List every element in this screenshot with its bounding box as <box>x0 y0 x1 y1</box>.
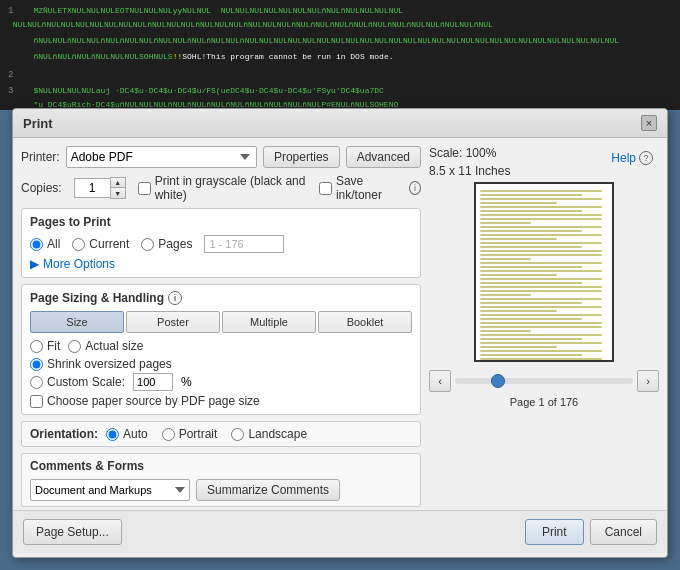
landscape-radio-label[interactable]: Landscape <box>231 427 307 441</box>
actual-size-radio[interactable] <box>68 340 81 353</box>
preview-line <box>480 274 557 276</box>
landscape-radio[interactable] <box>231 428 244 441</box>
preview-line <box>480 294 531 296</box>
fit-radio[interactable] <box>30 340 43 353</box>
preview-line <box>480 322 602 324</box>
page-setup-button[interactable]: Page Setup... <box>23 519 122 545</box>
grayscale-checkbox-label[interactable]: Print in grayscale (black and white) <box>138 174 307 202</box>
save-ink-checkbox[interactable] <box>319 182 332 195</box>
pages-radio-label[interactable]: Pages <box>141 237 192 251</box>
preview-line <box>480 190 602 192</box>
preview-line <box>480 278 602 280</box>
current-radio[interactable] <box>72 238 85 251</box>
shrink-label: Shrink oversized pages <box>47 357 172 371</box>
triangle-icon: ▶ <box>30 257 39 271</box>
copies-up-button[interactable]: ▲ <box>111 178 125 188</box>
line-num-1: 1 <box>8 4 28 18</box>
comments-row: Document and Markups Document Form field… <box>30 479 412 501</box>
dialog-titlebar: Print × <box>13 109 667 138</box>
booklet-tab[interactable]: Booklet <box>318 311 412 333</box>
pages-radio[interactable] <box>141 238 154 251</box>
preview-line <box>480 218 602 220</box>
preview-line <box>480 338 582 340</box>
preview-line <box>480 314 602 316</box>
fit-radio-label[interactable]: Fit <box>30 339 60 353</box>
auto-radio[interactable] <box>106 428 119 441</box>
printer-label: Printer: <box>21 150 60 164</box>
sizing-tabs: Size Poster Multiple Booklet <box>30 311 412 333</box>
print-button[interactable]: Print <box>525 519 584 545</box>
choose-paper-text: Choose paper source by PDF page size <box>47 394 260 408</box>
preview-line <box>480 354 582 356</box>
poster-tab[interactable]: Poster <box>126 311 220 333</box>
copies-row: Copies: ▲ ▼ Print in grayscale (black an… <box>21 174 421 202</box>
preview-line <box>480 306 602 308</box>
current-radio-label[interactable]: Current <box>72 237 129 251</box>
grayscale-checkbox[interactable] <box>138 182 151 195</box>
comments-section: Comments & Forms Document and Markups Do… <box>21 453 421 507</box>
custom-scale-input[interactable] <box>133 373 173 391</box>
ink-info-icon[interactable]: i <box>409 181 421 195</box>
save-ink-checkbox-label[interactable]: Save ink/toner <box>319 174 397 202</box>
line-num-2b: 2 <box>8 68 28 82</box>
pages-range-input[interactable] <box>204 235 284 253</box>
size-tab[interactable]: Size <box>30 311 124 333</box>
copies-down-button[interactable]: ▼ <box>111 188 125 198</box>
close-button[interactable]: × <box>641 115 657 131</box>
sizing-info-icon[interactable]: i <box>168 291 182 305</box>
line-num-2 <box>8 50 28 64</box>
grayscale-label: Print in grayscale (black and white) <box>155 174 307 202</box>
shrink-radio-label[interactable]: Shrink oversized pages <box>30 357 172 371</box>
all-radio[interactable] <box>30 238 43 251</box>
more-options[interactable]: ▶ More Options <box>30 257 412 271</box>
dialog-title: Print <box>23 116 53 131</box>
help-icon: ? <box>639 151 653 165</box>
properties-button[interactable]: Properties <box>263 146 340 168</box>
scale-text: Scale: 100% <box>429 146 496 160</box>
cancel-button[interactable]: Cancel <box>590 519 657 545</box>
shrink-radio[interactable] <box>30 358 43 371</box>
preview-line <box>480 214 602 216</box>
choose-paper-checkbox[interactable] <box>30 395 43 408</box>
auto-radio-label[interactable]: Auto <box>106 427 148 441</box>
actual-size-radio-label[interactable]: Actual size <box>68 339 143 353</box>
summarize-button[interactable]: Summarize Comments <box>196 479 340 501</box>
page-slider-track[interactable] <box>455 378 633 384</box>
printer-select[interactable]: Adobe PDF Microsoft Print to PDF XPS Doc… <box>66 146 257 168</box>
right-panel: Scale: 100% 8.5 x 11 Inches <box>429 146 659 502</box>
custom-scale-radio-label[interactable]: Custom Scale: <box>30 375 125 389</box>
all-radio-label[interactable]: All <box>30 237 60 251</box>
preview-line <box>480 302 582 304</box>
preview-line <box>480 230 582 232</box>
preview-line <box>480 346 557 348</box>
advanced-button[interactable]: Advanced <box>346 146 421 168</box>
line-num-3: 3 <box>8 84 28 98</box>
portrait-radio[interactable] <box>162 428 175 441</box>
multiple-tab[interactable]: Multiple <box>222 311 316 333</box>
prev-page-button[interactable]: ‹ <box>429 370 451 392</box>
orientation-row: Auto Portrait Landscape <box>106 427 307 441</box>
pages-options: All Current Pages <box>30 235 412 253</box>
copies-input[interactable] <box>74 178 110 198</box>
pages-section-title: Pages to Print <box>30 215 412 229</box>
preview-line <box>480 206 602 208</box>
custom-scale-unit: % <box>181 375 192 389</box>
preview-line <box>480 326 602 328</box>
preview-line <box>480 242 602 244</box>
fit-label: Fit <box>47 339 60 353</box>
portrait-radio-label[interactable]: Portrait <box>162 427 218 441</box>
custom-scale-radio[interactable] <box>30 376 43 389</box>
left-panel: Printer: Adobe PDF Microsoft Print to PD… <box>21 146 421 502</box>
preview-line <box>480 202 557 204</box>
preview-line <box>480 282 582 284</box>
preview-container <box>474 182 614 362</box>
page-slider-thumb[interactable] <box>491 374 505 388</box>
preview-line <box>480 266 582 268</box>
choose-paper-label[interactable]: Choose paper source by PDF page size <box>30 394 412 408</box>
preview-line <box>480 342 602 344</box>
preview-line <box>480 350 602 352</box>
line-num-1b <box>8 34 28 48</box>
comments-select[interactable]: Document and Markups Document Form field… <box>30 479 190 501</box>
next-page-button[interactable]: › <box>637 370 659 392</box>
help-link[interactable]: Help ? <box>611 151 653 165</box>
